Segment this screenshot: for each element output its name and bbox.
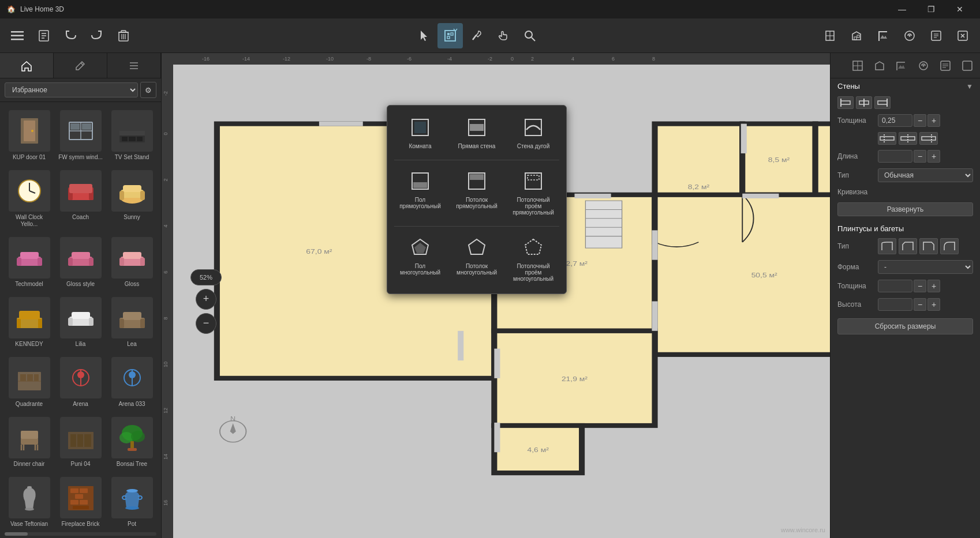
right-tool-5[interactable]	[923, 23, 949, 48]
canvas-area[interactable]: -16 -14 -12 -10 -8 -6 -4 -2 0 2 4 6 8 -2…	[162, 53, 830, 538]
list-item[interactable]: Pot	[107, 473, 156, 530]
plinth-thickness-minus[interactable]: −	[914, 280, 926, 292]
item-label: Techmodel	[15, 281, 43, 288]
menu-button[interactable]	[5, 23, 30, 48]
sidebar-tab-home[interactable]	[0, 53, 54, 78]
trash-button[interactable]	[111, 23, 136, 48]
list-item[interactable]: Gloss style	[56, 234, 105, 291]
plinth-height-plus[interactable]: +	[927, 298, 940, 311]
tools-button[interactable]	[464, 23, 489, 48]
right-tool-6[interactable]	[950, 23, 975, 48]
list-item[interactable]: Sunny	[107, 167, 156, 231]
svg-text:-4: -4	[447, 56, 452, 62]
type-select[interactable]: Обычная	[878, 168, 973, 182]
popup-poly-ceiling-opening[interactable]: Потолочный проём многоугольный	[507, 232, 559, 287]
build-button[interactable]	[437, 23, 463, 48]
right-tool-4[interactable]	[897, 23, 922, 48]
align-left-icon[interactable]	[837, 96, 854, 109]
align-icon-2c[interactable]	[919, 132, 938, 145]
item-label: KENNEDY	[15, 341, 43, 348]
list-item[interactable]: Fireplace Brick	[56, 473, 105, 530]
plinth-thickness-input[interactable]	[878, 280, 912, 292]
list-item[interactable]: KUP door 01	[5, 107, 54, 164]
right-tool-1[interactable]	[817, 23, 843, 48]
sidebar-settings-button[interactable]: ⚙	[140, 82, 156, 98]
thickness-input[interactable]	[878, 114, 912, 127]
list-item[interactable]: Wall Clock Yello...	[5, 167, 54, 231]
reset-button[interactable]: Сбросить размеры	[837, 318, 973, 334]
scrollbar-thumb[interactable]	[5, 532, 28, 536]
list-item[interactable]: Arena	[56, 353, 105, 411]
plinth-shape-1[interactable]	[878, 238, 896, 254]
align-icon-2b[interactable]	[899, 132, 917, 145]
close-button[interactable]: ✕	[947, 0, 973, 18]
category-dropdown[interactable]: Избранное	[5, 82, 138, 97]
plinth-height-minus[interactable]: −	[914, 298, 926, 311]
list-item[interactable]: Bonsai Tree	[107, 413, 156, 471]
list-item[interactable]: FW symm wind...	[56, 107, 105, 164]
right-tab-4[interactable]	[913, 55, 934, 76]
list-item[interactable]: Quadrante	[5, 353, 54, 411]
right-tab-5[interactable]	[935, 55, 956, 76]
popup-rect-ceiling-opening[interactable]: Потолочный проём прямоугольный	[507, 166, 559, 220]
thickness-minus[interactable]: −	[914, 114, 926, 127]
plinth-form-label: Форма	[837, 263, 878, 271]
list-item[interactable]: Lea	[107, 294, 156, 351]
plinth-form-select[interactable]: -	[878, 260, 973, 274]
length-minus[interactable]: −	[914, 150, 926, 163]
zoom-out-button[interactable]: −	[196, 313, 216, 334]
list-item[interactable]: Techmodel	[5, 234, 54, 291]
plinth-shape-3[interactable]	[919, 238, 938, 254]
length-plus[interactable]: +	[927, 150, 940, 163]
plinth-height-input[interactable]	[878, 298, 912, 311]
minimize-button[interactable]: —	[889, 0, 915, 18]
plinth-shape-4[interactable]	[940, 238, 959, 254]
plinth-shape-2[interactable]	[899, 238, 917, 254]
list-item[interactable]: Vase Teftonian	[5, 473, 54, 530]
list-item[interactable]: Lilia	[56, 294, 105, 351]
popup-separator-2	[394, 226, 559, 227]
list-item[interactable]: Coach	[56, 167, 105, 231]
list-item[interactable]: Dinner chair	[5, 413, 54, 471]
align-right-icon[interactable]	[874, 96, 891, 109]
cursor-button[interactable]	[411, 23, 436, 48]
plinth-thickness-plus[interactable]: +	[927, 280, 940, 292]
search-button[interactable]	[517, 23, 543, 48]
thickness-plus[interactable]: +	[927, 114, 940, 127]
redo-button[interactable]	[84, 23, 110, 48]
list-item[interactable]: Puni 04	[56, 413, 105, 471]
svg-point-93	[129, 371, 136, 378]
popup-room[interactable]: Комната	[394, 112, 446, 154]
zoom-in-button[interactable]: +	[196, 289, 216, 310]
align-center-icon[interactable]	[856, 96, 872, 109]
sidebar-tab-list[interactable]	[107, 53, 161, 78]
expand-button[interactable]: Развернуть	[837, 202, 973, 216]
popup-arc-wall[interactable]: Стена дугой	[507, 112, 559, 154]
right-tab-6[interactable]	[957, 55, 978, 76]
rect-ceiling-opening-icon	[523, 171, 544, 194]
length-input[interactable]	[878, 150, 912, 163]
list-item[interactable]: KENNEDY	[5, 294, 54, 351]
popup-poly-floor[interactable]: Пол многоугольный	[394, 232, 446, 287]
right-tab-3[interactable]	[891, 55, 912, 76]
list-item[interactable]: Gloss	[107, 234, 156, 291]
right-tool-2[interactable]	[844, 23, 869, 48]
popup-rect-ceiling[interactable]: Потолок прямоугольный	[451, 166, 503, 220]
right-tool-3[interactable]	[870, 23, 896, 48]
right-tab-2[interactable]	[869, 55, 890, 76]
maximize-button[interactable]: ❐	[918, 0, 944, 18]
right-tab-1[interactable]	[847, 55, 868, 76]
svg-rect-213	[922, 137, 936, 140]
undo-button[interactable]	[58, 23, 83, 48]
popup-straight-wall[interactable]: Прямая стена	[451, 112, 503, 154]
popup-poly-ceiling[interactable]: Потолок многоугольный	[451, 232, 503, 287]
book-button[interactable]	[31, 23, 57, 48]
list-item[interactable]: Arena 033	[107, 353, 156, 411]
titlebar-left: 🏠 Live Home 3D	[7, 5, 64, 13]
sidebar-tab-edit[interactable]	[54, 53, 107, 78]
scrollbar[interactable]	[5, 532, 156, 536]
hand-button[interactable]	[491, 23, 516, 48]
align-icon-2a[interactable]	[878, 132, 896, 145]
list-item[interactable]: TV Set Stand	[107, 107, 156, 164]
popup-rect-floor[interactable]: Пол прямоугольный	[394, 166, 446, 220]
